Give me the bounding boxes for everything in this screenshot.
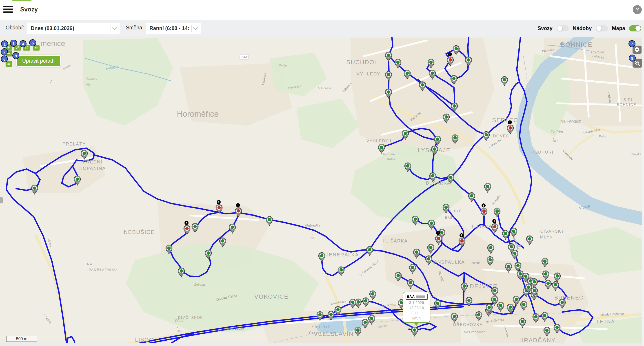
toggle-mapa[interactable] <box>629 25 641 31</box>
map-settings-button[interactable] <box>632 45 642 54</box>
pin-status-dot <box>543 260 547 263</box>
pin-status-dot <box>518 272 522 276</box>
pin-status-dot <box>76 178 79 181</box>
app-header: Svozy ? <box>0 0 644 20</box>
pin-status-dot <box>436 302 440 305</box>
map-pin-green[interactable] <box>366 247 373 256</box>
map-pin-green[interactable] <box>484 183 491 193</box>
map-canvas[interactable]: HoroměřicemenicePRELÁTYPŘEDNÍKOPANINASUC… <box>0 36 644 346</box>
map-pin-green[interactable] <box>370 291 376 300</box>
tooltip-speed: 0 <box>403 311 430 316</box>
annotation-badge-4: 4 <box>20 40 26 47</box>
map-pin-red[interactable]: ! <box>492 219 498 233</box>
map-pin-green[interactable] <box>501 76 508 86</box>
pin-status-dot <box>488 258 492 262</box>
collection-route[interactable] <box>517 37 520 82</box>
map-label: HRADČANY <box>519 337 556 344</box>
map-label: Zelená <box>472 261 481 265</box>
pin-status-dot <box>433 147 436 151</box>
period-value: Dnes (03.01.2026) <box>27 25 108 31</box>
pin-status-dot <box>554 283 557 287</box>
pin-status-dot <box>387 73 390 76</box>
pin-status-dot <box>318 313 322 317</box>
annotation-badge-8: 8 <box>629 54 636 61</box>
map-pin-green[interactable] <box>378 144 385 154</box>
annotation-badge-1: 1 <box>1 40 8 47</box>
toggle-svozy[interactable] <box>556 25 569 31</box>
map-label: Farka <box>599 135 606 138</box>
pin-status-dot <box>356 301 360 304</box>
map-label: JULISKA <box>470 224 492 229</box>
map-pin-red[interactable]: ! <box>481 203 488 217</box>
map-label: JENERÁLKA <box>326 252 359 258</box>
pin-status-dot <box>468 299 471 302</box>
toggle-label-svozy: Svozy <box>538 25 552 31</box>
annotation-badge-6: 6 <box>1 55 8 62</box>
pin-status-dot <box>486 185 490 188</box>
pin-status-dot <box>556 274 559 278</box>
pin-status-dot <box>409 281 412 285</box>
pin-status-dot <box>364 299 368 303</box>
map-pin-green[interactable] <box>483 132 490 141</box>
map-pin-green[interactable] <box>319 253 325 262</box>
map-label: V Houslích <box>318 86 334 90</box>
map-pin-green[interactable] <box>363 298 369 307</box>
map-label: KOPANINA <box>79 166 106 171</box>
map-label: BUBENEČ <box>554 295 584 301</box>
map-layers[interactable]: HoroměřicemenicePRELÁTYPŘEDNÍKOPANINASUC… <box>0 36 644 346</box>
pin-status-dot <box>452 77 456 80</box>
map-label: HANSPAULKA <box>430 260 465 265</box>
map-label: Palírka <box>550 130 563 134</box>
alert-mark: ! <box>450 53 450 56</box>
map-label: PŘEDNÍ <box>83 159 102 164</box>
shift-select[interactable]: Ranní (6:00 - 14:... <box>146 23 201 34</box>
pin-status-dot <box>168 247 171 250</box>
pin-status-dot <box>509 126 512 130</box>
pin-status-dot <box>396 274 400 277</box>
chevron-down-icon <box>193 25 198 30</box>
pin-status-dot <box>467 58 470 62</box>
help-button[interactable]: ? <box>633 5 642 14</box>
toggle-nádoby[interactable] <box>596 25 608 31</box>
period-label: Období: <box>6 25 24 31</box>
map-pin-green[interactable] <box>355 299 362 308</box>
map-label: SEDLEC <box>492 117 518 123</box>
pin-status-dot <box>460 239 464 243</box>
expand-icon <box>16 46 20 50</box>
pin-status-dot <box>414 218 417 221</box>
pin-status-dot <box>356 329 360 332</box>
map-pin-green[interactable] <box>338 267 344 276</box>
map-label: K Letišti <box>42 313 52 324</box>
pin-status-dot <box>380 146 383 149</box>
pin-status-dot <box>524 275 528 278</box>
map-label: NEBUŠICE <box>124 229 155 235</box>
map-label: NA <box>87 262 93 266</box>
map-label: Trojská <box>631 152 642 156</box>
pin-status-dot <box>509 306 512 309</box>
map-pin-green[interactable] <box>494 208 500 217</box>
tooltip-arrow <box>413 322 420 326</box>
annotation-badge-3: 3 <box>10 40 17 47</box>
edit-order-button[interactable]: Upravit pořadí <box>16 55 61 67</box>
pin-status-dot <box>186 227 189 230</box>
annotation-badge-5: 5 <box>29 39 36 46</box>
map-label: 267 <box>552 139 558 143</box>
map-pin-green[interactable] <box>510 228 517 238</box>
print-button[interactable] <box>6 61 12 67</box>
pin-status-dot <box>445 115 448 119</box>
collection-route[interactable] <box>43 236 67 346</box>
map-label: PADESÁTNÍKU <box>89 268 117 272</box>
map-label: OŘECHOVKA <box>453 323 483 327</box>
map-pin-green[interactable] <box>428 220 435 230</box>
menu-icon[interactable] <box>3 5 13 14</box>
pin-status-dot <box>207 252 210 255</box>
pin-status-dot <box>237 209 240 213</box>
map-label: Lipská <box>48 238 52 247</box>
annotation-badge-7: 7 <box>628 40 636 47</box>
drawer-handle[interactable] <box>0 197 3 203</box>
pin-status-dot <box>427 257 430 261</box>
pin-status-dot <box>83 152 86 155</box>
map-pin-green[interactable] <box>526 236 533 245</box>
vehicle-tooltip: 9AA 3.1.2026 12:23:16 0 km/h <box>403 292 430 323</box>
period-select[interactable]: Dnes (03.01.2026) <box>27 23 120 34</box>
